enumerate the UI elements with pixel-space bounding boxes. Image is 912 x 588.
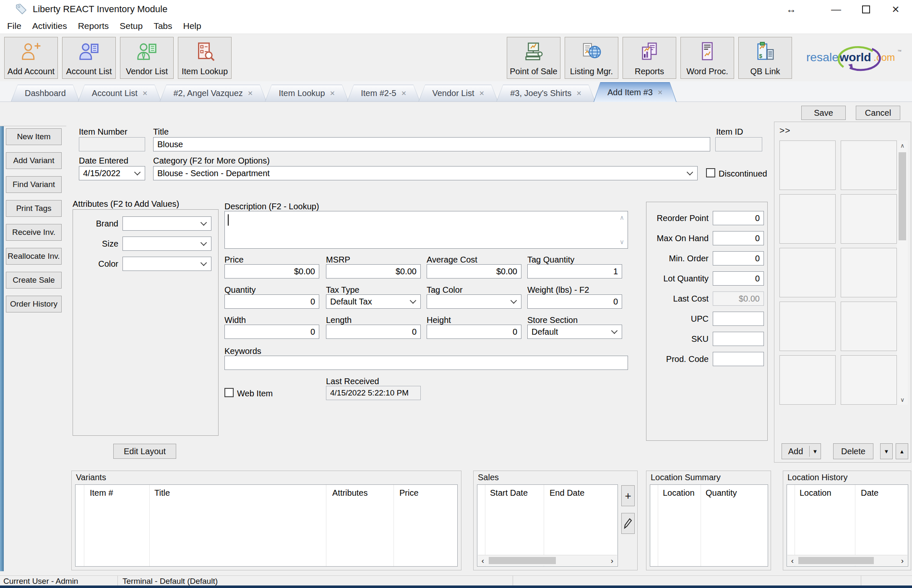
close-icon[interactable]: × xyxy=(479,88,485,98)
tag-quantity-field[interactable]: 1 xyxy=(527,264,622,278)
keywords-field[interactable] xyxy=(224,356,628,370)
create-sale-button[interactable]: Create Sale xyxy=(6,272,62,289)
image-move-down-button[interactable]: ▼ xyxy=(880,443,893,459)
color-select[interactable] xyxy=(122,257,211,271)
scrollbar-thumb[interactable] xyxy=(899,152,906,240)
find-variant-button[interactable]: Find Variant xyxy=(6,176,62,193)
close-icon[interactable]: × xyxy=(401,88,406,98)
edit-layout-button[interactable]: Edit Layout xyxy=(113,444,176,459)
close-icon[interactable]: × xyxy=(576,88,581,98)
location-history-hscrollbar[interactable]: ‹ › xyxy=(787,555,907,566)
length-field[interactable]: 0 xyxy=(326,325,421,339)
tab-vendor-list[interactable]: Vendor List× xyxy=(418,85,498,101)
tag-color-select[interactable] xyxy=(427,294,521,309)
sales-hscrollbar[interactable]: ‹ › xyxy=(478,555,617,566)
prod-code-field[interactable] xyxy=(713,352,764,366)
column-header-attributes[interactable]: Attributes xyxy=(332,488,367,498)
column-header-date[interactable]: Date xyxy=(861,488,878,498)
point-of-sale-button[interactable]: Point of Sale xyxy=(507,37,560,79)
image-add-split-button[interactable]: Add ▼ xyxy=(782,443,821,459)
cancel-button[interactable]: Cancel xyxy=(856,106,900,120)
scroll-right-icon[interactable]: › xyxy=(607,555,617,566)
menu-file[interactable]: File xyxy=(2,18,27,34)
scrollbar-thumb[interactable] xyxy=(798,557,874,564)
height-field[interactable]: 0 xyxy=(427,325,521,339)
window-minimize-button[interactable]: — xyxy=(826,0,846,18)
vendor-list-button[interactable]: Vendor List xyxy=(120,37,174,79)
add-dropdown-icon[interactable]: ▼ xyxy=(810,448,821,455)
category-select[interactable]: Blouse - Section - Department xyxy=(153,166,698,180)
item-lookup-button[interactable]: Item Lookup xyxy=(178,37,232,79)
scroll-right-icon[interactable]: › xyxy=(897,555,907,566)
brand-select[interactable] xyxy=(122,216,211,231)
receive-inv-button[interactable]: Receive Inv. xyxy=(6,224,62,241)
scroll-down-icon[interactable]: ∨ xyxy=(897,395,908,405)
price-field[interactable]: $0.00 xyxy=(224,264,319,278)
window-resize-icon[interactable]: ↔ xyxy=(782,0,801,18)
qb-link-button[interactable]: $ QB Link xyxy=(738,37,792,79)
msrp-field[interactable]: $0.00 xyxy=(326,264,421,278)
window-close-button[interactable]: × xyxy=(886,0,905,18)
panel-expander[interactable]: >> xyxy=(779,125,791,135)
image-delete-button[interactable]: Delete xyxy=(833,443,873,459)
date-entered-select[interactable]: 4/15/2022 xyxy=(79,166,145,180)
sales-edit-button[interactable] xyxy=(621,513,635,534)
reorder-point-field[interactable]: 0 xyxy=(713,211,764,225)
tab-dashboard[interactable]: Dashboard xyxy=(11,85,80,101)
tax-type-select[interactable]: Default Tax xyxy=(326,294,421,309)
account-list-button[interactable]: Account List xyxy=(62,37,116,79)
print-tags-button[interactable]: Print Tags xyxy=(6,200,62,217)
variants-table[interactable]: Item # Title Attributes Price xyxy=(75,484,458,567)
column-header-start-date[interactable]: Start Date xyxy=(490,488,528,498)
order-history-button[interactable]: Order History xyxy=(6,296,62,312)
min-order-field[interactable]: 0 xyxy=(713,251,764,265)
item-number-field[interactable] xyxy=(79,137,145,151)
add-account-button[interactable]: Add Account xyxy=(4,37,58,79)
tab-angel-vazquez[interactable]: #2, Angel Vazquez× xyxy=(159,85,266,101)
close-icon[interactable]: × xyxy=(658,88,663,97)
tab-joeys-shirts[interactable]: #3, Joey's Shirts× xyxy=(496,85,595,101)
window-maximize-button[interactable] xyxy=(856,0,876,18)
column-header-item-number[interactable]: Item # xyxy=(90,488,113,498)
menu-help[interactable]: Help xyxy=(177,18,206,34)
lot-quantity-field[interactable]: 0 xyxy=(713,271,764,286)
add-variant-button[interactable]: Add Variant xyxy=(6,152,62,169)
column-header-title[interactable]: Title xyxy=(154,488,170,498)
scroll-up-icon[interactable]: ∧ xyxy=(620,214,624,221)
scroll-up-icon[interactable]: ∧ xyxy=(897,140,908,151)
save-button[interactable]: Save xyxy=(801,106,846,120)
menu-reports[interactable]: Reports xyxy=(73,18,115,34)
new-item-button[interactable]: New Item xyxy=(6,128,62,145)
close-icon[interactable]: × xyxy=(248,88,253,98)
scroll-left-icon[interactable]: ‹ xyxy=(787,555,797,566)
weight-field[interactable]: 0 xyxy=(527,294,622,309)
max-on-hand-field[interactable]: 0 xyxy=(713,231,764,245)
average-cost-field[interactable]: $0.00 xyxy=(427,264,521,278)
store-section-select[interactable]: Default xyxy=(527,325,622,339)
column-header-quantity[interactable]: Quantity xyxy=(706,488,737,498)
sku-field[interactable] xyxy=(713,332,764,346)
size-select[interactable] xyxy=(122,237,211,251)
title-field[interactable]: Blouse xyxy=(153,137,710,151)
scroll-left-icon[interactable]: ‹ xyxy=(478,555,488,566)
menu-tabs[interactable]: Tabs xyxy=(148,18,177,34)
image-move-up-button[interactable]: ▲ xyxy=(896,443,908,459)
description-field[interactable]: ∧ ∨ xyxy=(224,211,628,249)
location-summary-table[interactable]: Location Quantity xyxy=(650,484,768,567)
width-field[interactable]: 0 xyxy=(224,325,319,339)
column-header-end-date[interactable]: End Date xyxy=(550,488,584,498)
column-header-location[interactable]: Location xyxy=(663,488,695,498)
location-history-table[interactable]: Location Date ‹ › xyxy=(787,484,908,567)
item-id-field[interactable] xyxy=(715,137,762,151)
discontinued-checkbox[interactable] xyxy=(706,168,715,177)
column-header-price[interactable]: Price xyxy=(399,488,419,498)
scroll-down-icon[interactable]: ∨ xyxy=(620,238,624,246)
reports-button[interactable]: Reports xyxy=(623,37,676,79)
close-icon[interactable]: × xyxy=(143,88,148,98)
tab-item-lookup[interactable]: Item Lookup× xyxy=(265,85,349,101)
upc-field[interactable] xyxy=(713,312,764,326)
word-processor-button[interactable]: Word Proc. xyxy=(680,37,734,79)
tab-add-item-3[interactable]: Add Item #3× xyxy=(594,82,677,102)
sales-table[interactable]: Start Date End Date ‹ › xyxy=(477,484,618,567)
web-item-checkbox[interactable] xyxy=(224,388,234,397)
